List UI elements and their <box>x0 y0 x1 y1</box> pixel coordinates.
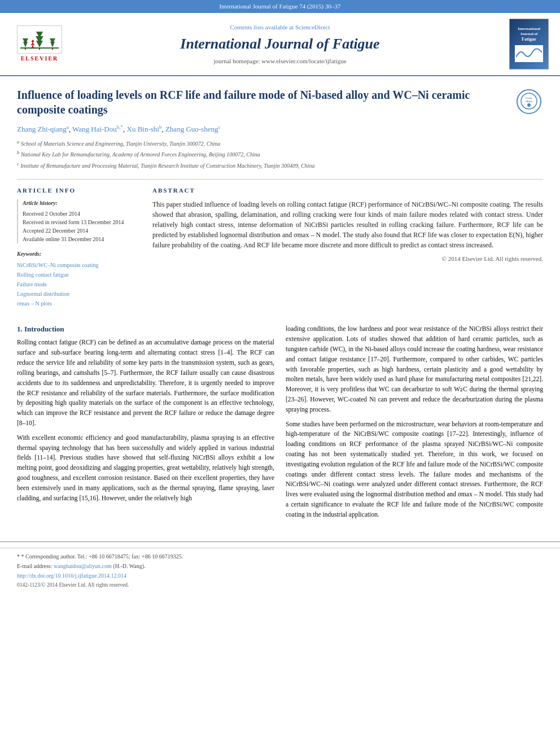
abstract-copyright: © 2014 Elsevier Ltd. All rights reserved… <box>152 255 543 263</box>
email-link[interactable]: wanghaidou@aliyun.com <box>54 563 112 569</box>
email-note: E-mail address: wanghaidou@aliyun.com (H… <box>17 562 543 570</box>
article-history-label: Article history: <box>23 199 141 207</box>
journal-citation-bar: International Journal of Fatigue 74 (201… <box>0 0 560 13</box>
journal-header-center: Contents lists available at ScienceDirec… <box>68 23 492 65</box>
article-info-title: ARTICLE INFO <box>17 186 141 195</box>
footer-copyright: 0142-1123/© 2014 Elsevier Ltd. All right… <box>17 582 543 589</box>
svg-rect-11 <box>52 47 53 50</box>
sciencedirect-anchor[interactable]: ScienceDirect <box>295 24 330 30</box>
keywords-section: Keywords: NiCrBSi/WC–Ni composite coatin… <box>17 250 141 308</box>
journal-citation-text: International Journal of Fatigue 74 (201… <box>219 3 340 10</box>
keyword-5: σmax – N plots <box>17 299 141 308</box>
authors-line: Zhang Zhi-qianga, Wang Hai-Doub,*, Xu Bi… <box>17 124 543 135</box>
elsevier-logo-area: ELSEVIER <box>11 25 68 63</box>
keyword-2: Rolling contact fatigue <box>17 270 141 279</box>
corresponding-text: * Corresponding author. Tel.: +86 10 667… <box>21 553 183 560</box>
keywords-label: Keywords: <box>17 250 141 258</box>
email-label: E-mail address: <box>17 563 52 569</box>
footer-separator <box>0 541 560 542</box>
journal-cover-image: International Journal of Fatigue <box>509 19 549 69</box>
revised-date: Received in revised form 13 December 201… <box>23 218 141 226</box>
svg-text:Cross: Cross <box>526 97 532 99</box>
intro-paragraph-4: Some studies have been performed on the … <box>286 420 543 520</box>
svg-point-12 <box>32 40 34 42</box>
email-attribution: (H.-D. Wang). <box>113 563 145 569</box>
abstract-column: ABSTRACT This paper studied influence of… <box>152 186 543 315</box>
available-date: Available online 31 December 2014 <box>23 235 141 243</box>
elsevier-tree-graphic <box>17 25 62 54</box>
intro-paragraph-1: Rolling contact fatigue (RCF) can be def… <box>17 338 274 428</box>
author-3: Xu Bin-shi <box>127 125 159 134</box>
svg-point-21 <box>527 103 531 107</box>
article-info-column: ARTICLE INFO Article history: Received 2… <box>17 186 141 315</box>
contents-text: Contents lists available at <box>230 24 294 30</box>
journal-header: ELSEVIER Contents lists available at Sci… <box>0 13 560 76</box>
article-info-abstract-section: ARTICLE INFO Article history: Received 2… <box>17 179 543 315</box>
elsevier-logo: ELSEVIER <box>11 25 68 63</box>
body-section: 1. Introduction Rolling contact fatigue … <box>17 324 543 524</box>
elsevier-brand-text: ELSEVIER <box>21 55 59 63</box>
body-left-column: 1. Introduction Rolling contact fatigue … <box>17 324 274 524</box>
journal-cover-area: International Journal of Fatigue <box>492 19 549 69</box>
keyword-3: Failure mode <box>17 279 141 289</box>
corresponding-author-note: * * Corresponding author. Tel.: +86 10 6… <box>17 553 543 561</box>
accepted-date: Accepted 22 December 2014 <box>23 226 141 235</box>
doi-link[interactable]: http://dx.doi.org/10.1016/j.ijfatigue.20… <box>17 573 126 579</box>
received-date: Received 2 October 2014 <box>23 209 141 218</box>
footer: * * Corresponding author. Tel.: +86 10 6… <box>0 548 560 591</box>
crossmark-badge: Cross Mark <box>517 89 541 114</box>
affil-3: c Institute of Remanufacture and Process… <box>17 160 543 171</box>
article-area: Influence of loading levels on RCF life … <box>0 76 560 535</box>
abstract-title: ABSTRACT <box>152 186 543 195</box>
crossmark-badge-area[interactable]: Cross Mark <box>515 88 543 116</box>
body-right-column: loading conditions, the low hardness and… <box>286 324 543 524</box>
sciencedirect-link[interactable]: Contents lists available at ScienceDirec… <box>68 23 492 32</box>
svg-rect-8 <box>39 47 40 50</box>
affil-1: a School of Materials Science and Engine… <box>17 138 543 148</box>
introduction-heading: 1. Introduction <box>17 324 274 334</box>
abstract-text: This paper studied influence of loading … <box>152 199 543 250</box>
article-history-box: Article history: Received 2 October 2014… <box>17 199 141 243</box>
intro-paragraph-2: With excellent economic efficiency and g… <box>17 433 274 504</box>
article-title: Influence of loading levels on RCF life … <box>17 88 543 117</box>
affil-2: b National Key Lab for Remanufacturing, … <box>17 149 543 159</box>
doi-link-line: http://dx.doi.org/10.1016/j.ijfatigue.20… <box>17 572 543 580</box>
intro-paragraph-3: loading conditions, the low hardness and… <box>286 324 543 414</box>
svg-text:Mark: Mark <box>526 100 532 103</box>
corresponding-symbol: * <box>17 553 21 560</box>
keyword-1: NiCrBSi/WC–Ni composite coating <box>17 260 141 270</box>
svg-rect-4 <box>25 47 26 50</box>
journal-title: International Journal of Fatigue <box>68 34 492 54</box>
journal-homepage: journal homepage: www.elsevier.com/locat… <box>68 57 492 65</box>
author-4: Zhang Guo-sheng <box>165 125 218 134</box>
author-2: Wang Hai-Dou <box>72 125 117 134</box>
keyword-4: Lognormal distribution <box>17 289 141 299</box>
author-1: Zhang Zhi-qiang <box>17 125 67 134</box>
affiliations: a School of Materials Science and Engine… <box>17 138 543 171</box>
